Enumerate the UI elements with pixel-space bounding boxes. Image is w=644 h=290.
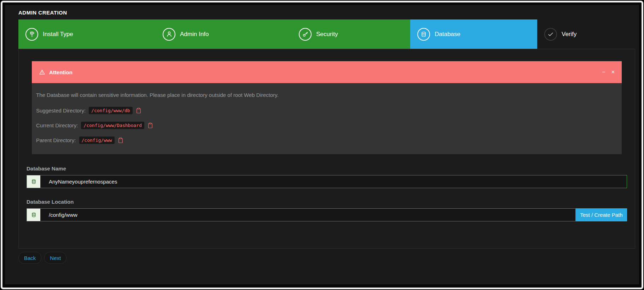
step-verify[interactable]: Verify	[537, 19, 635, 49]
directory-path: /config/www/db	[89, 107, 133, 114]
step-label: Security	[316, 31, 338, 38]
page-title: ADMIN CREATION	[18, 10, 635, 16]
database-name-group	[27, 175, 627, 188]
next-button[interactable]: Next	[44, 252, 66, 264]
step-database[interactable]: Database	[410, 19, 537, 49]
directory-label: Suggested Directory:	[36, 108, 86, 114]
step-label: Database	[435, 31, 460, 38]
database-name-input[interactable]	[40, 175, 627, 188]
database-location-row: Test / Create Path	[27, 208, 627, 221]
alert-message: The Database will contain sensitive info…	[36, 92, 617, 98]
step-label: Verify	[562, 31, 577, 38]
user-icon	[163, 28, 175, 41]
suggested-directory-row: Suggested Directory: /config/www/db	[36, 107, 617, 114]
attention-alert: Attention − × The Database will contain …	[32, 61, 622, 154]
clipboard-icon[interactable]	[147, 122, 153, 129]
database-location-group	[27, 208, 576, 221]
wizard-footer: Back Next	[18, 252, 635, 264]
database-step-panel: Attention − × The Database will contain …	[18, 49, 635, 249]
directory-label: Current Directory:	[36, 122, 78, 128]
alert-title: Attention	[49, 69, 72, 75]
check-icon	[544, 28, 557, 41]
directory-path: /config/www	[79, 137, 115, 144]
signpost-icon	[25, 28, 38, 41]
app-window: ADMIN CREATION Install Type Admin Info S…	[1, 1, 643, 289]
database-icon	[27, 209, 40, 221]
clipboard-icon[interactable]	[118, 137, 123, 144]
database-icon	[27, 175, 40, 188]
database-location-input[interactable]	[40, 209, 575, 221]
step-install-type[interactable]: Install Type	[18, 19, 156, 49]
wizard-steps-bar: Install Type Admin Info Security Databas…	[18, 19, 635, 49]
key-icon	[299, 28, 312, 41]
alert-controls: − ×	[602, 69, 615, 75]
current-directory-row: Current Directory: /config/www/Dashboard	[36, 122, 617, 129]
back-button[interactable]: Back	[18, 252, 41, 264]
minimize-icon[interactable]: −	[602, 69, 605, 75]
database-name-row	[27, 175, 627, 188]
database-name-label: Database Name	[27, 166, 627, 172]
step-security[interactable]: Security	[292, 19, 410, 49]
close-icon[interactable]: ×	[611, 69, 615, 75]
database-icon	[417, 28, 430, 41]
admin-creation-wizard: ADMIN CREATION Install Type Admin Info S…	[5, 5, 639, 284]
step-admin-info[interactable]: Admin Info	[156, 19, 292, 49]
directory-label: Parent Directory:	[36, 137, 76, 143]
step-label: Admin Info	[180, 31, 209, 38]
alert-header: Attention − ×	[32, 61, 622, 83]
database-location-label: Database Location	[27, 199, 627, 205]
step-label: Install Type	[43, 31, 73, 38]
test-create-path-button[interactable]: Test / Create Path	[576, 208, 627, 221]
alert-body: The Database will contain sensitive info…	[32, 83, 622, 154]
directory-path: /config/www/Dashboard	[81, 122, 144, 129]
clipboard-icon[interactable]	[136, 108, 141, 114]
parent-directory-row: Parent Directory: /config/www	[36, 137, 617, 144]
warning-triangle-icon	[39, 69, 45, 75]
